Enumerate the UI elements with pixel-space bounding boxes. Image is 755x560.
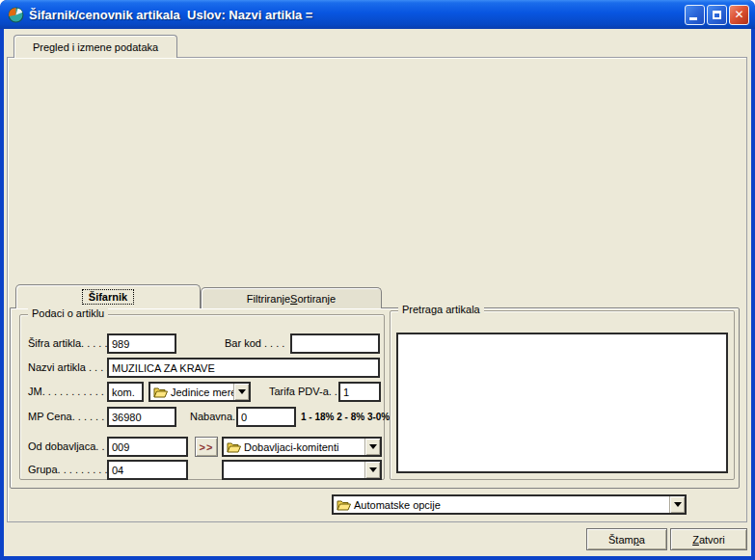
nazvi-artikla-field[interactable] xyxy=(107,358,380,378)
tab-filtriranje-sortiranje[interactable]: FiltriranjeSortiranje xyxy=(201,287,382,308)
sifra-artikla-field[interactable] xyxy=(107,333,176,354)
bar-kod-field[interactable] xyxy=(290,333,380,354)
titlebar[interactable]: Šifarnik/cenovnik artikala Uslov: Nazvi … xyxy=(0,0,755,29)
dobavljaci-dropdown-button[interactable] xyxy=(364,439,380,455)
nabavna-field[interactable] xyxy=(236,407,296,427)
dobavljac-lookup-button[interactable]: >> xyxy=(195,437,218,457)
stampa-button[interactable]: Štampa xyxy=(586,528,667,550)
automatske-opcije-value: Automatske opcije xyxy=(351,499,685,511)
od-dobavljaca-field[interactable] xyxy=(107,437,188,457)
close-icon: ✕ xyxy=(734,9,743,20)
od-dobavljaca-label: Od dobavljaca. . . xyxy=(28,440,111,452)
podaci-o-artiklu-group: Podaci o artiklu Šifra artikla. . . . . … xyxy=(19,314,385,480)
tab-filtriranje-label: FiltriranjeSortiranje xyxy=(247,293,336,305)
nabavna-label: Nabavna. xyxy=(190,411,235,422)
jm-field[interactable] xyxy=(107,382,144,402)
podaci-group-title: Podaci o artiklu xyxy=(28,307,108,319)
automatske-opcije-dropdown-button[interactable] xyxy=(669,496,685,513)
bar-kod-label: Bar kod . . . . xyxy=(225,337,284,349)
grupa-dropdown-button[interactable] xyxy=(364,462,380,478)
dobavljaci-komitenti-combo[interactable]: Dobavljaci-komitenti xyxy=(222,437,382,457)
chevron-down-icon xyxy=(369,444,377,453)
tarifa-pdv-field[interactable] xyxy=(338,382,381,402)
grupa-field[interactable] xyxy=(107,460,188,480)
dobavljaci-komitenti-value: Dobavljaci-komitenti xyxy=(241,441,380,453)
tab-pregled-label: Pregled i izmene podataka xyxy=(33,41,158,53)
tarifa-legend-text: 1 - 18% 2 - 8% 3-0% xyxy=(301,412,390,422)
nazvi-artikla-label: Nazvi artikla . . . . xyxy=(28,361,109,373)
folder-icon xyxy=(153,387,168,398)
jedinice-mere-combo[interactable]: Jedinice mere xyxy=(148,382,251,402)
mp-cena-label: MP Cena. . . . . . . xyxy=(28,411,110,422)
tab-sifarnik[interactable]: Šifarnik xyxy=(15,284,201,308)
mp-cena-field[interactable] xyxy=(107,407,176,427)
window-title: Šifarnik/cenovnik artikala Uslov: Nazvi … xyxy=(29,8,685,22)
grupa-combo[interactable] xyxy=(222,460,382,480)
chevron-down-icon xyxy=(238,389,246,398)
automatske-opcije-combo[interactable]: Automatske opcije xyxy=(332,494,687,515)
maximize-icon xyxy=(713,11,721,19)
app-icon xyxy=(8,7,24,23)
folder-icon xyxy=(227,441,241,453)
minimize-button[interactable] xyxy=(685,5,705,25)
pretraga-artikala-group: Pretraga artikala xyxy=(390,310,735,480)
minimize-icon xyxy=(689,17,697,20)
tarifa-pdv-label: Tarifa PDV-a. . xyxy=(269,386,337,397)
close-button[interactable]: ✕ xyxy=(729,5,749,25)
chevron-down-icon xyxy=(369,467,377,476)
jm-label: JM. . . . . . . . . . . . xyxy=(28,386,110,397)
chevron-down-icon xyxy=(674,502,682,511)
search-results-listbox[interactable] xyxy=(396,333,728,473)
tab-sifarnik-label: Šifarnik xyxy=(82,289,134,305)
tab-pregled-i-izmene[interactable]: Pregled i izmene podataka xyxy=(13,35,177,58)
pretraga-group-title: Pretraga artikala xyxy=(398,304,484,315)
app-window: Šifarnik/cenovnik artikala Uslov: Nazvi … xyxy=(0,0,755,560)
folder-icon xyxy=(337,499,351,511)
client-area: Pregled i izmene podataka RbŠifra artikl… xyxy=(4,29,751,556)
grupa-label: Grupa. . . . . . . . . xyxy=(28,464,108,475)
sifra-artikla-label: Šifra artikla. . . . . xyxy=(28,337,108,349)
maximize-button[interactable] xyxy=(707,5,727,25)
jedinice-mere-dropdown-button[interactable] xyxy=(233,384,249,400)
zatvori-button[interactable]: Zatvori xyxy=(670,528,747,550)
